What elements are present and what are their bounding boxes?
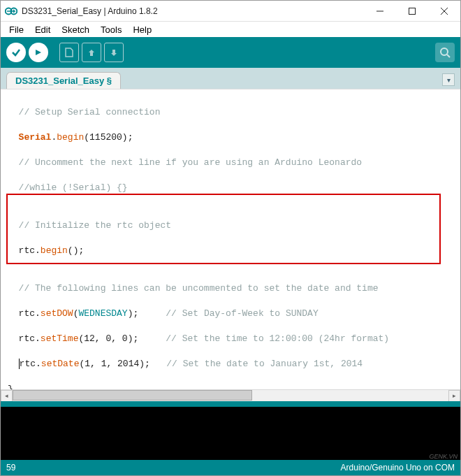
scroll-right-button[interactable]: ▸ (448, 390, 460, 402)
statusbar: 59 Arduino/Genuino Uno on COM (1, 460, 460, 475)
toolbar (1, 37, 460, 68)
code-editor[interactable]: // Setup Serial connection Serial.begin(… (1, 89, 460, 389)
menu-help[interactable]: Help (129, 23, 156, 36)
code-comment: //while (!Serial) {} (19, 182, 128, 193)
scroll-track[interactable] (13, 390, 448, 402)
menu-edit[interactable]: Edit (31, 23, 54, 36)
code-comment: // Uncomment the next line if you are us… (19, 157, 362, 168)
tab-active[interactable]: DS3231_Serial_Easy § (6, 72, 121, 89)
serial-monitor-button[interactable] (435, 43, 455, 62)
output-console[interactable] (1, 407, 460, 460)
menu-file[interactable]: File (5, 23, 28, 36)
app-window: DS3231_Serial_Easy | Arduino 1.8.2 File … (0, 0, 461, 476)
scroll-left-button[interactable]: ◂ (1, 390, 13, 402)
upload-button[interactable] (29, 43, 48, 62)
code-func: begin (57, 132, 84, 143)
verify-button[interactable] (6, 43, 26, 62)
code-object: Serial (19, 132, 52, 143)
code-comment: // Setup Serial connection (19, 107, 161, 117)
close-button[interactable] (428, 1, 460, 22)
tabbar: DS3231_Serial_Easy § ▾ (1, 68, 460, 89)
window-title: DS3231_Serial_Easy | Arduino 1.8.2 (22, 6, 158, 16)
titlebar: DS3231_Serial_Easy | Arduino 1.8.2 (1, 1, 460, 22)
menu-sketch[interactable]: Sketch (57, 23, 94, 36)
svg-marker-11 (111, 50, 117, 56)
svg-line-13 (447, 55, 450, 57)
menubar: File Edit Sketch Tools Help (1, 22, 460, 37)
svg-point-12 (441, 48, 448, 55)
scroll-thumb[interactable] (13, 390, 252, 401)
svg-rect-6 (409, 8, 416, 14)
status-board: Arduino/Genuino Uno on COM (341, 463, 455, 473)
menu-tools[interactable]: Tools (96, 23, 126, 36)
open-button[interactable] (82, 43, 101, 62)
save-button[interactable] (104, 43, 124, 62)
status-line-number: 59 (6, 463, 15, 473)
editor-wrap: // Setup Serial connection Serial.begin(… (1, 89, 460, 401)
minimize-button[interactable] (364, 1, 396, 22)
code-comment: // The following lines can be uncommente… (19, 283, 379, 294)
svg-marker-9 (36, 50, 41, 55)
horizontal-scrollbar[interactable]: ◂ ▸ (1, 389, 460, 401)
pane-divider[interactable] (1, 401, 460, 407)
new-button[interactable] (59, 43, 79, 62)
watermark: GENK.VN (429, 453, 458, 460)
code-comment: // Initialize the rtc object (19, 220, 171, 231)
tab-menu-button[interactable]: ▾ (442, 73, 455, 86)
maximize-button[interactable] (396, 1, 428, 22)
svg-marker-10 (89, 50, 94, 56)
arduino-app-icon (5, 5, 17, 17)
